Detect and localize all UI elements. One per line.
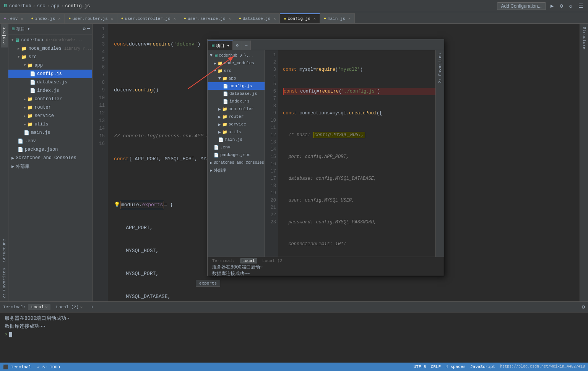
- close-indexjs-tab[interactable]: ✕: [58, 16, 60, 21]
- settings-sidebar-icon[interactable]: ⚙: [83, 26, 86, 32]
- overlay-favorites-label[interactable]: 2: Favorites: [437, 50, 443, 86]
- refresh-icon[interactable]: ↻: [568, 2, 574, 10]
- add-terminal-button[interactable]: +: [88, 304, 97, 310]
- ov-line-4: /* host: config.MYSQL_HOST,: [283, 132, 435, 139]
- add-configuration-button[interactable]: Add Configuration...: [497, 2, 546, 10]
- close-mainjs-tab[interactable]: ✕: [348, 16, 351, 21]
- status-terminal[interactable]: ⬛ Terminal: [3, 364, 31, 369]
- status-todo[interactable]: ✓ 6: TODO: [37, 364, 60, 369]
- overlay-tab-bar: 🖥 项目 ▾ ⚙ —: [208, 39, 444, 50]
- overlay-tree-router-label: router: [229, 114, 244, 119]
- tree-item-app[interactable]: ▼ 📁 app: [8, 61, 92, 70]
- tab-database[interactable]: ● database.js ✕: [235, 13, 280, 23]
- overlay-tree-app-label: app: [229, 76, 236, 81]
- close-usercontroller-tab[interactable]: ✕: [174, 16, 176, 21]
- overlay-tree-configjs[interactable]: 📄 config.js: [208, 82, 265, 90]
- overlay-minimize-tab[interactable]: —: [242, 41, 251, 50]
- database-icon: ●: [239, 16, 241, 21]
- project-dropdown-icon: 🖥: [11, 26, 15, 31]
- ov-line-5: port: config.APP_PORT,: [283, 153, 435, 161]
- status-encoding[interactable]: UTF-8: [414, 364, 426, 369]
- breadcrumb-file[interactable]: config.js: [65, 3, 90, 9]
- terminal-tab-local[interactable]: Local ✕: [28, 304, 50, 310]
- favorites-tab-left[interactable]: 2: Favorites: [1, 265, 8, 301]
- run-icon[interactable]: ▶: [549, 2, 555, 10]
- breadcrumb-app[interactable]: app: [51, 3, 60, 9]
- terminal-settings-icon[interactable]: ⚙: [582, 304, 585, 310]
- overlay-tree-indexjs[interactable]: 📄 index.js: [208, 98, 265, 105]
- tab-usercontroller[interactable]: ● user.controller.js ✕: [117, 13, 180, 23]
- overlay-tree-src[interactable]: ▼ 📁 src: [208, 67, 265, 75]
- file-databasejs-icon: 📄: [30, 80, 36, 85]
- tree-item-databasejs[interactable]: 📄 database.js: [8, 78, 92, 86]
- overlay-tree-packagejson[interactable]: 📄 package.json: [208, 151, 265, 159]
- tree-item-env[interactable]: 📄 .env: [8, 137, 92, 145]
- tab-userservice[interactable]: ● user.service.js ✕: [180, 13, 235, 23]
- tree-item-packagejson[interactable]: 📄 package.json: [8, 145, 92, 154]
- overlay-tree-mainjs[interactable]: 📄 main.js: [208, 136, 265, 143]
- overlay-file-main-icon: 📄: [218, 137, 224, 142]
- close-userrouter-tab[interactable]: ✕: [111, 16, 113, 21]
- overlay-tree-node-modules[interactable]: ▶ 📁 node_modules: [208, 59, 265, 67]
- tree-item-router[interactable]: ▶ 📁 router: [8, 103, 92, 112]
- overlay-tree-controller[interactable]: ▶ 📁 controller: [208, 105, 265, 113]
- overlay-tree-utils[interactable]: ▶ 📁 utils: [208, 128, 265, 136]
- tree-label-external: 外部库: [16, 163, 29, 170]
- close-local2-tab[interactable]: ✕: [80, 305, 83, 309]
- project-label[interactable]: 🖥 项目 ▾: [11, 26, 30, 32]
- tree-item-src[interactable]: ▼ 📁 src: [8, 53, 92, 61]
- close-env-tab[interactable]: ✕: [21, 16, 23, 21]
- close-userservice-tab[interactable]: ✕: [229, 16, 231, 21]
- breadcrumb-project[interactable]: coderhub: [9, 3, 31, 9]
- menu-icon[interactable]: ☰: [577, 2, 585, 10]
- close-local-tab[interactable]: ✕: [45, 305, 47, 309]
- settings-icon[interactable]: ⚙: [558, 2, 564, 10]
- status-language[interactable]: JavaScript: [470, 364, 495, 369]
- overlay-folder-service-icon: 📁: [222, 122, 227, 127]
- breadcrumb-src[interactable]: src: [37, 3, 45, 9]
- minimize-icon[interactable]: —: [87, 26, 90, 32]
- tree-item-mainjs[interactable]: 📄 main.js: [8, 129, 92, 137]
- js-file-icon: ●: [31, 16, 33, 21]
- tree-item-utils[interactable]: ▶ 📁 utils: [8, 120, 92, 129]
- tree-item-node-modules[interactable]: ▶ 📁 node_modules library r...: [8, 44, 92, 53]
- overlay-tree-databasejs[interactable]: 📄 database.js: [208, 90, 265, 98]
- file-indexjs-icon: 📄: [30, 88, 36, 94]
- status-indent[interactable]: 4 spaces: [445, 364, 466, 369]
- overlay-tree-node-label: node_modules: [224, 61, 254, 65]
- tab-configjs[interactable]: ● config.js ✕: [280, 13, 320, 23]
- overlay-tree-router[interactable]: ▶ 📁 router: [208, 113, 265, 120]
- tree-section-external[interactable]: ▶ 外部库: [8, 162, 92, 171]
- structure-right-tab[interactable]: Structure: [581, 24, 588, 52]
- tree-section-scratches[interactable]: ▶ Scratches and Consoles: [8, 154, 92, 162]
- tree-item-indexjs[interactable]: 📄 index.js: [8, 86, 92, 95]
- close-configjs-tab[interactable]: ✕: [313, 16, 316, 21]
- tab-mainjs[interactable]: ● main.js ✕: [320, 13, 355, 23]
- terminal-tab-local2[interactable]: Local (2) ✕: [53, 304, 85, 310]
- tree-item-controller[interactable]: ▶ 📁 controller: [8, 95, 92, 103]
- status-line-sep[interactable]: CRLF: [431, 364, 441, 369]
- overlay-tree-service[interactable]: ▶ 📁 service: [208, 120, 265, 128]
- project-tab[interactable]: Project: [1, 24, 8, 47]
- overlay-tree-coderhub[interactable]: ▼ 🖥 coderhub D:\...: [208, 52, 265, 59]
- structure-tab[interactable]: Structure: [1, 236, 8, 265]
- overlay-tree-env[interactable]: 📄 .env: [208, 143, 265, 151]
- overlay-settings-tab[interactable]: ⚙: [233, 41, 242, 50]
- arrow-controller: ▶: [24, 97, 26, 101]
- tree-item-configjs[interactable]: 📄 config.js: [8, 70, 92, 78]
- tab-env[interactable]: ● .env ✕: [0, 13, 27, 23]
- overlay-tree-app[interactable]: ▼ 📁 app: [208, 75, 265, 82]
- close-database-tab[interactable]: ✕: [273, 16, 276, 21]
- terminal-line-1: 服务器在8000端口启动成功~: [5, 315, 583, 323]
- overlay-folder-node-icon: 📁: [218, 61, 223, 66]
- tree-label-controller: controller: [34, 96, 62, 102]
- tree-item-coderhub[interactable]: ▼ 🖥 coderhub D:\CWork\Web\...: [8, 36, 92, 44]
- overlay-tree-scratches[interactable]: ▶ Scratches and Consoles: [208, 159, 265, 166]
- terminal-prompt-line[interactable]: >: [5, 331, 583, 339]
- overlay-project-tab[interactable]: 🖥 项目 ▾: [208, 41, 233, 50]
- overlay-tree-external[interactable]: ▶ 外部库: [208, 166, 265, 174]
- tab-indexjs[interactable]: ● index.js ✕: [27, 13, 65, 23]
- tab-userrouter[interactable]: ● user.router.js ✕: [65, 13, 117, 23]
- ov-line-6: database: config.MYSQL_DATABASE,: [283, 175, 435, 182]
- tree-item-service[interactable]: ▶ 📁 service: [8, 112, 92, 120]
